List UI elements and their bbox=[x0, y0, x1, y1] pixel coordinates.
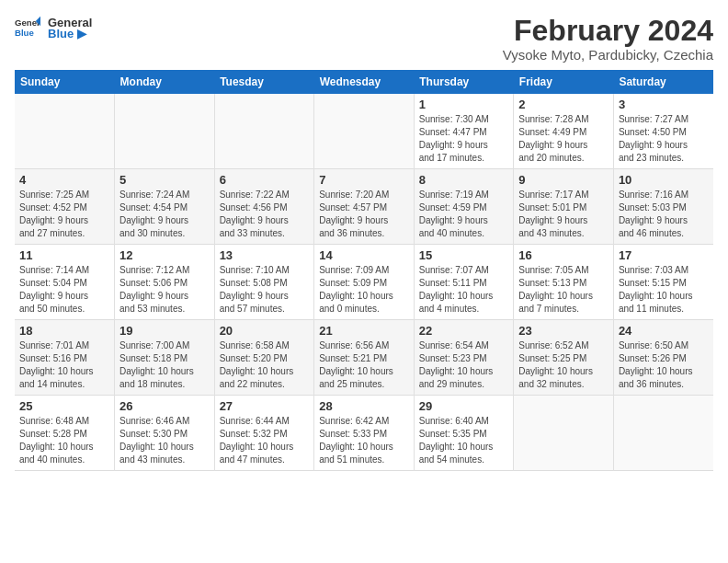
day-number: 28 bbox=[319, 399, 409, 413]
day-info: Sunrise: 6:52 AM Sunset: 5:25 PM Dayligh… bbox=[518, 339, 609, 391]
weekday-header-saturday: Saturday bbox=[613, 70, 713, 94]
calendar-table: SundayMondayTuesdayWednesdayThursdayFrid… bbox=[15, 70, 713, 471]
calendar-cell: 5Sunrise: 7:24 AM Sunset: 4:54 PM Daylig… bbox=[115, 169, 215, 245]
day-number: 7 bbox=[319, 173, 409, 187]
location-subtitle: Vysoke Myto, Pardubicky, Czechia bbox=[503, 47, 713, 63]
calendar-cell bbox=[514, 396, 614, 471]
calendar-cell: 12Sunrise: 7:12 AM Sunset: 5:06 PM Dayli… bbox=[115, 245, 215, 320]
day-info: Sunrise: 6:42 AM Sunset: 5:33 PM Dayligh… bbox=[319, 415, 409, 466]
day-number: 1 bbox=[419, 98, 509, 111]
calendar-cell: 22Sunrise: 6:54 AM Sunset: 5:23 PM Dayli… bbox=[414, 320, 514, 396]
calendar-cell: 16Sunrise: 7:05 AM Sunset: 5:13 PM Dayli… bbox=[514, 245, 614, 320]
calendar-cell: 3Sunrise: 7:27 AM Sunset: 4:50 PM Daylig… bbox=[613, 94, 713, 169]
month-title: February 2024 bbox=[503, 15, 713, 47]
calendar-cell: 29Sunrise: 6:40 AM Sunset: 5:35 PM Dayli… bbox=[414, 396, 514, 471]
day-number: 4 bbox=[19, 173, 109, 187]
page-header: General Blue General Blue ▶ February 202… bbox=[15, 15, 713, 63]
day-number: 20 bbox=[220, 324, 310, 338]
calendar-week-row: 18Sunrise: 7:01 AM Sunset: 5:16 PM Dayli… bbox=[15, 320, 713, 396]
day-number: 25 bbox=[19, 399, 109, 413]
day-info: Sunrise: 6:56 AM Sunset: 5:21 PM Dayligh… bbox=[319, 339, 409, 391]
weekday-header-friday: Friday bbox=[514, 70, 614, 94]
calendar-cell: 11Sunrise: 7:14 AM Sunset: 5:04 PM Dayli… bbox=[15, 245, 115, 320]
day-info: Sunrise: 7:24 AM Sunset: 4:54 PM Dayligh… bbox=[119, 189, 210, 240]
day-number: 16 bbox=[518, 248, 609, 262]
day-info: Sunrise: 6:40 AM Sunset: 5:35 PM Dayligh… bbox=[419, 415, 509, 466]
day-number: 14 bbox=[319, 248, 409, 262]
day-number: 3 bbox=[619, 98, 709, 111]
calendar-cell: 8Sunrise: 7:19 AM Sunset: 4:59 PM Daylig… bbox=[414, 169, 514, 245]
day-info: Sunrise: 7:01 AM Sunset: 5:16 PM Dayligh… bbox=[19, 339, 109, 391]
calendar-cell: 23Sunrise: 6:52 AM Sunset: 5:25 PM Dayli… bbox=[514, 320, 614, 396]
calendar-cell: 14Sunrise: 7:09 AM Sunset: 5:09 PM Dayli… bbox=[314, 245, 415, 320]
day-number: 17 bbox=[619, 248, 709, 262]
calendar-week-row: 25Sunrise: 6:48 AM Sunset: 5:28 PM Dayli… bbox=[15, 396, 713, 471]
calendar-cell bbox=[214, 94, 314, 169]
day-info: Sunrise: 7:16 AM Sunset: 5:03 PM Dayligh… bbox=[619, 189, 709, 240]
day-info: Sunrise: 6:46 AM Sunset: 5:30 PM Dayligh… bbox=[119, 415, 210, 466]
calendar-cell: 20Sunrise: 6:58 AM Sunset: 5:20 PM Dayli… bbox=[214, 320, 314, 396]
day-info: Sunrise: 7:12 AM Sunset: 5:06 PM Dayligh… bbox=[119, 264, 210, 316]
day-number: 19 bbox=[119, 324, 210, 338]
day-info: Sunrise: 7:28 AM Sunset: 4:49 PM Dayligh… bbox=[518, 113, 609, 165]
calendar-cell bbox=[314, 94, 415, 169]
day-number: 26 bbox=[119, 399, 210, 413]
calendar-cell: 15Sunrise: 7:07 AM Sunset: 5:11 PM Dayli… bbox=[414, 245, 514, 320]
day-info: Sunrise: 6:58 AM Sunset: 5:20 PM Dayligh… bbox=[220, 339, 310, 391]
calendar-cell: 21Sunrise: 6:56 AM Sunset: 5:21 PM Dayli… bbox=[314, 320, 415, 396]
calendar-cell: 13Sunrise: 7:10 AM Sunset: 5:08 PM Dayli… bbox=[214, 245, 314, 320]
day-number: 12 bbox=[119, 248, 210, 262]
day-number: 27 bbox=[220, 399, 310, 413]
calendar-cell: 6Sunrise: 7:22 AM Sunset: 4:56 PM Daylig… bbox=[214, 169, 314, 245]
day-info: Sunrise: 6:54 AM Sunset: 5:23 PM Dayligh… bbox=[419, 339, 509, 391]
day-info: Sunrise: 7:09 AM Sunset: 5:09 PM Dayligh… bbox=[319, 264, 409, 316]
calendar-cell: 10Sunrise: 7:16 AM Sunset: 5:03 PM Dayli… bbox=[613, 169, 713, 245]
day-info: Sunrise: 7:10 AM Sunset: 5:08 PM Dayligh… bbox=[220, 264, 310, 316]
calendar-cell: 4Sunrise: 7:25 AM Sunset: 4:52 PM Daylig… bbox=[15, 169, 115, 245]
calendar-cell: 26Sunrise: 6:46 AM Sunset: 5:30 PM Dayli… bbox=[115, 396, 215, 471]
weekday-header-thursday: Thursday bbox=[414, 70, 514, 94]
day-number: 29 bbox=[419, 399, 509, 413]
calendar-header-row: SundayMondayTuesdayWednesdayThursdayFrid… bbox=[15, 70, 713, 94]
weekday-header-monday: Monday bbox=[115, 70, 215, 94]
day-info: Sunrise: 7:00 AM Sunset: 5:18 PM Dayligh… bbox=[119, 339, 210, 391]
day-info: Sunrise: 7:22 AM Sunset: 4:56 PM Dayligh… bbox=[220, 189, 310, 240]
day-info: Sunrise: 7:27 AM Sunset: 4:50 PM Dayligh… bbox=[619, 113, 709, 165]
day-info: Sunrise: 6:44 AM Sunset: 5:32 PM Dayligh… bbox=[220, 415, 310, 466]
day-info: Sunrise: 7:14 AM Sunset: 5:04 PM Dayligh… bbox=[19, 264, 109, 316]
logo: General Blue General Blue ▶ bbox=[15, 15, 92, 40]
svg-text:General: General bbox=[15, 17, 40, 28]
weekday-header-wednesday: Wednesday bbox=[314, 70, 415, 94]
day-info: Sunrise: 6:48 AM Sunset: 5:28 PM Dayligh… bbox=[19, 415, 109, 466]
calendar-cell: 17Sunrise: 7:03 AM Sunset: 5:15 PM Dayli… bbox=[613, 245, 713, 320]
calendar-cell: 24Sunrise: 6:50 AM Sunset: 5:26 PM Dayli… bbox=[613, 320, 713, 396]
day-info: Sunrise: 7:17 AM Sunset: 5:01 PM Dayligh… bbox=[518, 189, 609, 240]
calendar-cell bbox=[115, 94, 215, 169]
calendar-cell: 19Sunrise: 7:00 AM Sunset: 5:18 PM Dayli… bbox=[115, 320, 215, 396]
day-info: Sunrise: 7:03 AM Sunset: 5:15 PM Dayligh… bbox=[619, 264, 709, 316]
day-info: Sunrise: 7:19 AM Sunset: 4:59 PM Dayligh… bbox=[419, 189, 509, 240]
calendar-cell: 18Sunrise: 7:01 AM Sunset: 5:16 PM Dayli… bbox=[15, 320, 115, 396]
day-info: Sunrise: 7:20 AM Sunset: 4:57 PM Dayligh… bbox=[319, 189, 409, 240]
calendar-cell: 7Sunrise: 7:20 AM Sunset: 4:57 PM Daylig… bbox=[314, 169, 415, 245]
day-number: 9 bbox=[518, 173, 609, 187]
calendar-week-row: 4Sunrise: 7:25 AM Sunset: 4:52 PM Daylig… bbox=[15, 169, 713, 245]
calendar-cell bbox=[613, 396, 713, 471]
weekday-header-tuesday: Tuesday bbox=[214, 70, 314, 94]
day-info: Sunrise: 6:50 AM Sunset: 5:26 PM Dayligh… bbox=[619, 339, 709, 391]
day-number: 2 bbox=[518, 98, 609, 111]
calendar-cell: 2Sunrise: 7:28 AM Sunset: 4:49 PM Daylig… bbox=[514, 94, 614, 169]
calendar-cell: 25Sunrise: 6:48 AM Sunset: 5:28 PM Dayli… bbox=[15, 396, 115, 471]
calendar-cell: 9Sunrise: 7:17 AM Sunset: 5:01 PM Daylig… bbox=[514, 169, 614, 245]
title-block: February 2024 Vysoke Myto, Pardubicky, C… bbox=[503, 15, 713, 63]
day-number: 6 bbox=[220, 173, 310, 187]
day-number: 8 bbox=[419, 173, 509, 187]
day-number: 5 bbox=[119, 173, 210, 187]
logo-icon: General Blue bbox=[15, 15, 40, 40]
day-number: 21 bbox=[319, 324, 409, 338]
calendar-cell: 28Sunrise: 6:42 AM Sunset: 5:33 PM Dayli… bbox=[314, 396, 415, 471]
calendar-cell: 1Sunrise: 7:30 AM Sunset: 4:47 PM Daylig… bbox=[414, 94, 514, 169]
calendar-cell bbox=[15, 94, 115, 169]
day-number: 13 bbox=[220, 248, 310, 262]
day-number: 23 bbox=[518, 324, 609, 338]
